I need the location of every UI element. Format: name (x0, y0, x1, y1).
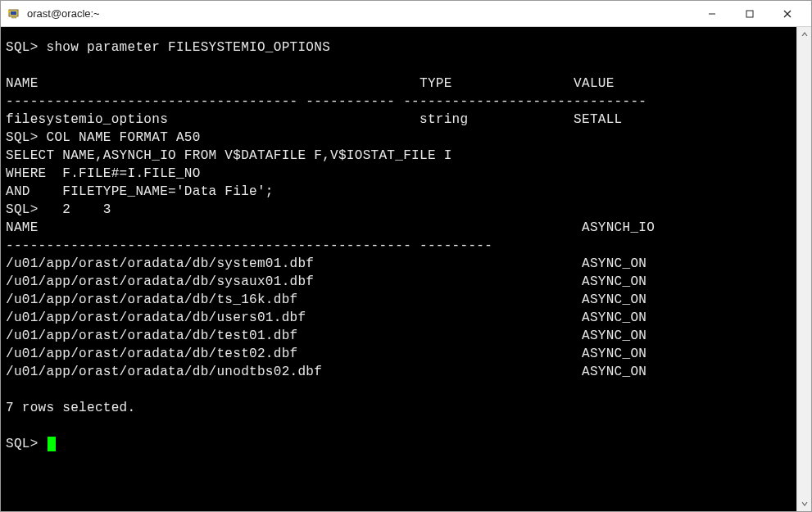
maximize-button[interactable] (731, 2, 769, 26)
separator: ------------------------------------ ---… (6, 94, 646, 109)
datafile-row: /u01/app/orast/oradata/db/sysaux01.dbf A… (6, 274, 646, 289)
vertical-scrollbar[interactable] (796, 27, 811, 511)
param-row: filesystemio_options string SETALL (6, 112, 623, 127)
query-line: SELECT NAME,ASYNCH_IO FROM V$DATAFILE F,… (6, 148, 452, 163)
separator: ----------------------------------------… (6, 238, 492, 253)
datafile-row: /u01/app/orast/oradata/db/system01.dbf A… (6, 256, 646, 271)
scroll-down-icon[interactable] (797, 496, 812, 511)
scroll-up-icon[interactable] (797, 27, 812, 42)
titlebar-buttons (693, 2, 806, 26)
query-line: WHERE F.FILE#=I.FILE_NO (6, 166, 201, 181)
query-line: AND FILETYPE_NAME='Data File'; (6, 184, 274, 199)
cmd-show-parameter: SQL> show parameter FILESYSTEMIO_OPTIONS (6, 40, 330, 55)
sql-prompt: SQL> (6, 437, 47, 451)
terminal-window: orast@oracle:~ SQL> show parameter FILES… (0, 0, 812, 512)
rows-selected: 7 rows selected. (6, 401, 135, 415)
minimize-button[interactable] (693, 2, 731, 26)
titlebar[interactable]: orast@oracle:~ (1, 1, 811, 27)
cmd-col-format: SQL> COL NAME FORMAT A50 (6, 130, 201, 145)
header-name-asynchio: NAME ASYNCH_IO (6, 220, 655, 235)
query-continuation: SQL> 2 3 (6, 202, 111, 217)
svg-rect-1 (11, 11, 16, 15)
datafile-row: /u01/app/orast/oradata/db/unodtbs02.dbf … (6, 365, 646, 379)
svg-rect-3 (746, 11, 753, 17)
putty-icon (7, 7, 20, 20)
datafile-row: /u01/app/orast/oradata/db/users01.dbf AS… (6, 310, 646, 325)
window-title: orast@oracle:~ (27, 7, 693, 20)
client-area: SQL> show parameter FILESYSTEMIO_OPTIONS… (1, 27, 811, 511)
datafile-row: /u01/app/orast/oradata/db/test02.dbf ASY… (6, 347, 646, 361)
datafile-row: /u01/app/orast/oradata/db/ts_16k.dbf ASY… (6, 292, 646, 307)
cursor (48, 437, 56, 451)
close-button[interactable] (769, 2, 806, 26)
terminal-output[interactable]: SQL> show parameter FILESYSTEMIO_OPTIONS… (1, 27, 796, 511)
datafile-row: /u01/app/orast/oradata/db/test01.dbf ASY… (6, 328, 646, 343)
header-name-type-value: NAME TYPE VALUE (6, 76, 615, 91)
scrollbar-track[interactable] (797, 42, 811, 496)
